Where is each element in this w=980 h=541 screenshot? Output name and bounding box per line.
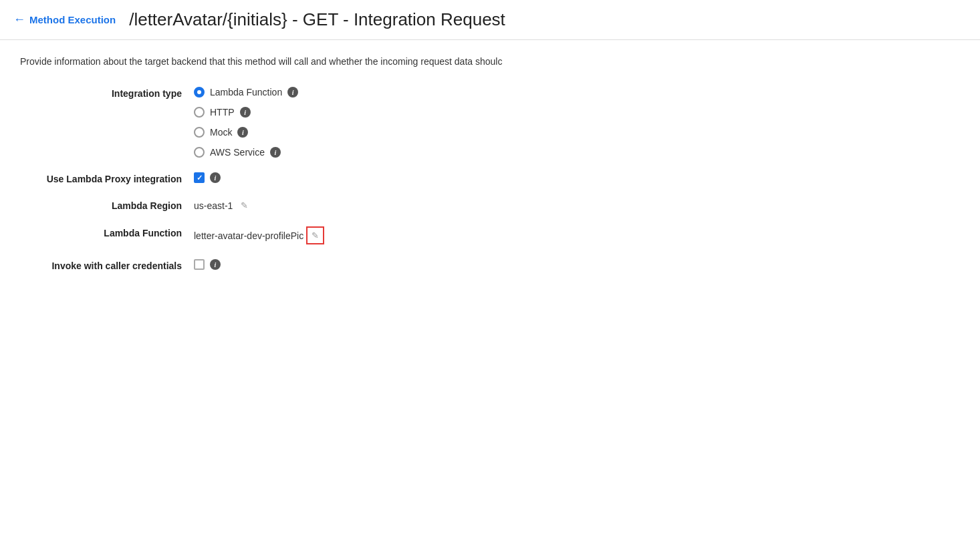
integration-type-label: Integration type <box>20 87 194 99</box>
radio-lambda-label: Lambda Function <box>210 87 282 98</box>
lambda-proxy-label: Use Lambda Proxy integration <box>20 172 194 184</box>
lambda-function-edit-icon[interactable]: ✎ <box>306 226 324 244</box>
invoke-caller-value: i <box>194 259 221 270</box>
radio-aws-label: AWS Service <box>210 147 265 158</box>
lambda-proxy-checkbox-container: ✓ <box>194 172 205 183</box>
page-title: /letterAvatar/{initials} - GET - Integra… <box>129 9 505 30</box>
radio-mock-label: Mock <box>210 127 232 138</box>
radio-group: Lambda Function i HTTP i Mock i <box>194 87 298 158</box>
back-link[interactable]: ← Method Execution <box>13 13 116 27</box>
description-text: Provide information about the target bac… <box>20 56 622 67</box>
radio-mock[interactable]: Mock i <box>194 127 298 138</box>
radio-lambda[interactable]: Lambda Function i <box>194 87 298 98</box>
main-content: Provide information about the target bac… <box>0 40 980 306</box>
back-link-label: Method Execution <box>29 14 116 25</box>
radio-http-label: HTTP <box>210 107 235 118</box>
lambda-proxy-section: Use Lambda Proxy integration ✓ i <box>20 172 960 184</box>
lambda-region-value: us-east-1 <box>194 200 233 211</box>
lambda-region-value-row: us-east-1 ✎ <box>194 199 251 212</box>
radio-mock-circle <box>194 127 205 138</box>
invoke-caller-section: Invoke with caller credentials i <box>20 259 960 271</box>
integration-type-section: Integration type Lambda Function i HTTP … <box>20 87 960 158</box>
lambda-region-label: Lambda Region <box>20 199 194 211</box>
lambda-region-section: Lambda Region us-east-1 ✎ <box>20 199 960 212</box>
radio-http[interactable]: HTTP i <box>194 107 298 118</box>
radio-aws[interactable]: AWS Service i <box>194 147 298 158</box>
lambda-info-icon[interactable]: i <box>287 87 298 98</box>
lambda-proxy-checkbox[interactable]: ✓ <box>194 172 205 183</box>
invoke-caller-info-icon[interactable]: i <box>210 259 221 270</box>
integration-type-options: Lambda Function i HTTP i Mock i <box>194 87 298 158</box>
radio-aws-circle <box>194 147 205 158</box>
lambda-function-value-row: letter-avatar-dev-profilePic ✎ <box>194 226 324 244</box>
lambda-region-edit-icon[interactable]: ✎ <box>238 199 251 212</box>
invoke-caller-label: Invoke with caller credentials <box>20 259 194 271</box>
http-info-icon[interactable]: i <box>240 107 251 118</box>
lambda-function-value: letter-avatar-dev-profilePic <box>194 230 303 241</box>
radio-http-circle <box>194 107 205 118</box>
mock-info-icon[interactable]: i <box>237 127 248 138</box>
lambda-proxy-info-icon[interactable]: i <box>210 172 221 183</box>
back-arrow-icon: ← <box>13 13 25 27</box>
invoke-caller-checkbox[interactable] <box>194 259 205 270</box>
page-header: ← Method Execution /letterAvatar/{initia… <box>0 0 980 40</box>
aws-info-icon[interactable]: i <box>270 147 281 158</box>
lambda-function-section: Lambda Function letter-avatar-dev-profil… <box>20 226 960 244</box>
radio-lambda-circle <box>194 87 205 98</box>
lambda-function-label: Lambda Function <box>20 226 194 238</box>
checkmark-icon: ✓ <box>197 174 203 182</box>
lambda-proxy-value: ✓ i <box>194 172 221 183</box>
